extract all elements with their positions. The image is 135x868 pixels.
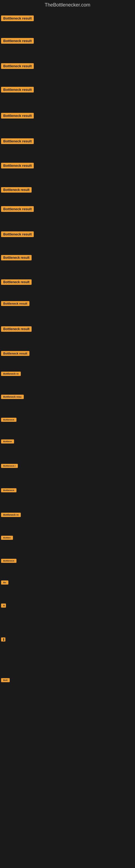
bottleneck-badge: Bottleneck xyxy=(1,418,16,422)
bottleneck-badge-row: Bottleneck xyxy=(1,488,16,493)
bottleneck-badge: Bottleneck xyxy=(1,559,16,563)
bottleneck-badge: Bottleneck result xyxy=(1,163,34,168)
bottleneck-badge: Bottleneck resu xyxy=(1,395,24,399)
bottleneck-badge-row: Bottleneck result xyxy=(1,138,34,145)
bottleneck-badge: Bottleneck result xyxy=(1,351,30,356)
bottleneck-badge-row: Bottleneck result xyxy=(1,279,32,286)
bottleneck-badge-row: Bottleneck xyxy=(1,559,16,564)
bottleneck-badge-row: ▌ xyxy=(1,638,5,643)
bottleneck-badge: Bottleneck result xyxy=(1,326,32,332)
bottleneck-badge-row: Bottleneck resu xyxy=(1,395,24,400)
bottleneck-badge: Bottlene xyxy=(1,439,14,443)
bottleneck-badge: ▌ xyxy=(1,638,5,642)
bottleneck-badge: Bottleneck result xyxy=(1,279,32,285)
site-title: TheBottlenecker.com xyxy=(0,0,135,9)
bottleneck-badge: Bottleneck re xyxy=(1,372,21,376)
bottleneck-badge-row: Bottleneck result xyxy=(1,16,34,22)
bottleneck-badge-row: Bottleneck result xyxy=(1,63,34,70)
bottleneck-badge: Bottleneck xyxy=(1,488,16,492)
bottleneck-badge-row: Bottleneck result xyxy=(1,351,30,357)
bottleneck-badge-row: Bottleneck xyxy=(1,418,16,423)
bottleneck-badge-row: Bottleneck re xyxy=(1,513,21,518)
bottleneck-badge: Bott xyxy=(1,678,10,682)
bottleneck-badge: Bottleneck re xyxy=(1,513,21,517)
bottleneck-badge: Bottleneck result xyxy=(1,301,30,306)
bottleneck-badge: Bottlen xyxy=(1,536,13,540)
bottleneck-badge: Bottleneck result xyxy=(1,206,34,212)
bottleneck-badge: Bottleneck result xyxy=(1,255,32,260)
bottleneck-badge-row: Bottleneck result xyxy=(1,206,34,213)
bottleneck-badge-row: Bottlene xyxy=(1,439,14,444)
bottleneck-badge-row: Bottleneck re xyxy=(1,372,21,377)
bottleneck-badge: Bottleneck result xyxy=(1,138,34,144)
bottleneck-badge-row: Bottleneck r xyxy=(1,464,18,469)
bottleneck-badge: Bottleneck result xyxy=(1,87,34,93)
bottleneck-badge-row: Bottleneck result xyxy=(1,255,32,261)
bottleneck-badge-row: Bottleneck result xyxy=(1,326,32,333)
bottleneck-badge: Bottleneck result xyxy=(1,16,34,21)
bottleneck-badge-row: Bottleneck result xyxy=(1,301,30,307)
bottleneck-badge-row: Bottleneck result xyxy=(1,187,32,194)
bottleneck-badge: Bottleneck result xyxy=(1,231,34,237)
bottleneck-badge-row: Bottleneck result xyxy=(1,231,34,238)
bottleneck-badge-row: Bottleneck result xyxy=(1,113,34,120)
bottleneck-badge-row: B xyxy=(1,603,6,609)
bottleneck-badge-row: Bo xyxy=(1,581,8,586)
bottleneck-badge: Bottleneck result xyxy=(1,63,34,69)
bottleneck-badge: Bottleneck r xyxy=(1,464,18,468)
bottleneck-badge: Bottleneck result xyxy=(1,187,32,193)
bottleneck-badge: Bottleneck result xyxy=(1,38,34,44)
bottleneck-badge: B xyxy=(1,603,6,608)
bottleneck-badge: Bottleneck result xyxy=(1,113,34,119)
bottleneck-badge-row: Bottleneck result xyxy=(1,87,34,94)
bottleneck-badge: Bo xyxy=(1,581,8,585)
bottleneck-badge-row: Bott xyxy=(1,678,10,683)
bottleneck-badge-row: Bottleneck result xyxy=(1,163,34,169)
bottleneck-badge-row: Bottleneck result xyxy=(1,38,34,45)
bottleneck-badge-row: Bottlen xyxy=(1,536,13,541)
